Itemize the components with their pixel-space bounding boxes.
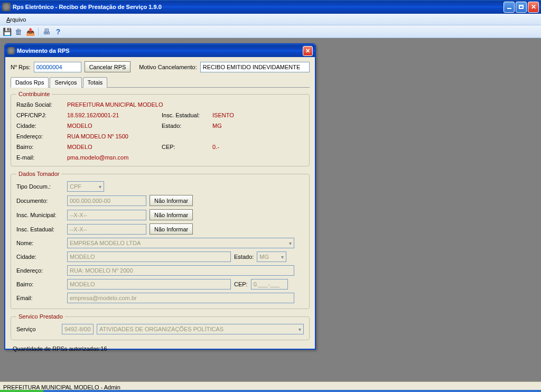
chevron-down-icon: ▾ (289, 240, 292, 246)
nome-label: Nome: (16, 240, 64, 246)
insc-estadual-label: Insc. Estadual: (162, 112, 209, 118)
endereco-tom-label: Endereço: (16, 267, 64, 274)
bairro-value: MODELO (67, 144, 158, 150)
tab-totais[interactable]: Totais (83, 77, 108, 88)
estado-label: Estado: (162, 123, 209, 129)
tabs: Dados Rps Serviços Totais (11, 77, 310, 88)
statusbar-text: PREFEITURA MUNICIPAL MODELO - Admin (3, 384, 120, 390)
nao-informar-insc-municipal-button[interactable]: Não Informar (150, 209, 193, 220)
rps-autorizadas-footer: Quantidade de RPSs autorizadas:16 (11, 344, 310, 352)
tab-pane-dados-rps: Contribuinte Razão Social: PREFEITURA MU… (11, 88, 310, 352)
endereco-tom-input[interactable] (67, 265, 294, 276)
close-button[interactable]: ✕ (528, 2, 539, 13)
estado-tom-select[interactable]: MG▾ (257, 251, 286, 262)
razao-social-label: Razão Social: (16, 101, 64, 108)
chevron-down-icon: ▾ (299, 326, 301, 332)
minimize-button[interactable] (503, 2, 515, 13)
cidade-label: Cidade: (16, 123, 64, 129)
email-value: pma.modelo@msn.com (67, 154, 304, 161)
insc-estadual-value: ISENTO (212, 112, 304, 118)
print-icon[interactable]: 🖶 (42, 27, 51, 36)
bairro-tom-label: Bairro: (16, 281, 64, 287)
nao-informar-documento-button[interactable]: Não Informar (150, 195, 193, 206)
menubar: Arquivo (0, 14, 541, 25)
servico-descricao-select[interactable]: ATIVIDADES DE ORGANIZAÇÕES POLÍTICAS▾ (97, 324, 304, 334)
main-window: Rps Eletrônico - Recibo de Prestação de … (0, 0, 541, 392)
dialog-close-button[interactable]: ✕ (303, 46, 313, 56)
cep-tom-label: CEP: (234, 281, 248, 287)
cidade-tom-label: Cidade: (16, 254, 64, 260)
delete-icon[interactable]: 🗑 (14, 27, 23, 36)
cidade-value: MODELO (67, 123, 158, 129)
dialog-title: Movimento da RPS (17, 48, 303, 54)
app-icon (2, 3, 11, 11)
razao-social-value: PREFEITURA MUNICIPAL MODELO (67, 101, 304, 108)
email-tom-input[interactable] (67, 293, 294, 303)
documento-input[interactable] (67, 195, 146, 206)
servico-codigo-input[interactable] (62, 324, 94, 334)
estado-value: MG (212, 123, 304, 129)
motivo-cancelamento-input[interactable] (200, 62, 310, 72)
dialog-movimento-rps: Movimento da RPS ✕ Nº Rps: Cancelar RPS … (4, 43, 316, 350)
menu-arquivo[interactable]: Arquivo (2, 15, 30, 24)
cep-value: 0.- (212, 144, 304, 150)
insc-municipal-input[interactable] (67, 210, 146, 220)
n-rps-label: Nº Rps: (11, 64, 31, 70)
contribuinte-legend: Contribuinte (16, 91, 52, 97)
chevron-down-icon: ▾ (281, 254, 284, 260)
bairro-tom-input[interactable] (67, 279, 231, 290)
insc-municipal-label: Insc. Municipal: (16, 212, 64, 218)
servico-prestado-group: Servico Prestado Serviço ATIVIDADES DE O… (11, 313, 310, 340)
email-label: E-mail: (16, 154, 64, 161)
menu-arquivo-text: rquivo (10, 16, 26, 23)
main-titlebar[interactable]: Rps Eletrônico - Recibo de Prestação de … (0, 0, 541, 14)
cpf-cnpj-label: CPF/CNPJ: (16, 112, 64, 118)
cep-label: CEP: (162, 144, 209, 150)
contribuinte-group: Contribuinte Razão Social: PREFEITURA MU… (11, 91, 310, 166)
dialog-titlebar[interactable]: Movimento da RPS ✕ (5, 44, 315, 57)
cancel-rps-button[interactable]: Cancelar RPS (85, 61, 131, 72)
n-rps-input[interactable] (34, 62, 81, 72)
endereco-label: Endereço: (16, 133, 64, 139)
tipo-docum-label: Tipo Docum.: (16, 183, 64, 190)
tab-servicos[interactable]: Serviços (50, 77, 81, 88)
save-icon[interactable]: 💾 (2, 27, 12, 36)
nome-select[interactable]: EMPRESA MODELO LTDA▾ (67, 238, 294, 248)
email-tom-label: Email: (16, 295, 64, 301)
toolbar: 💾 🗑 📤 🖶 ? (0, 25, 541, 38)
tomador-legend: Dados Tomador (16, 171, 61, 177)
servico-label: Serviço (16, 326, 59, 332)
chevron-down-icon: ▾ (99, 184, 101, 190)
cpf-cnpj-value: 18.592.162/0001-21 (67, 112, 158, 118)
servico-prestado-legend: Servico Prestado (16, 313, 65, 320)
maximize-button[interactable] (516, 2, 527, 13)
insc-estadual-tom-label: Insc. Estadual: (16, 226, 64, 232)
nao-informar-insc-estadual-button[interactable]: Não Informar (150, 223, 193, 235)
toolbar-separator (38, 27, 39, 36)
cidade-tom-input[interactable] (67, 251, 231, 262)
bairro-label: Bairro: (16, 144, 64, 150)
export-icon[interactable]: 📤 (25, 27, 35, 36)
cep-tom-input[interactable] (251, 279, 288, 290)
documento-label: Documento: (16, 198, 64, 204)
help-icon[interactable]: ? (53, 27, 63, 36)
estado-tom-label: Estado: (234, 254, 254, 260)
tab-dados-rps[interactable]: Dados Rps (11, 77, 49, 88)
motivo-cancelamento-label: Motivo Cancelamento: (139, 64, 197, 70)
insc-estadual-tom-input[interactable] (67, 224, 146, 235)
taskbar-strip (0, 390, 541, 392)
endereco-value: RUA MODELO Nº 1500 (67, 133, 304, 139)
tipo-docum-select[interactable]: CPF▾ (67, 181, 104, 192)
dialog-icon (7, 47, 15, 54)
tomador-group: Dados Tomador Tipo Docum.: CPF▾ Document… (11, 171, 310, 309)
main-window-title: Rps Eletrônico - Recibo de Prestação de … (13, 4, 503, 10)
